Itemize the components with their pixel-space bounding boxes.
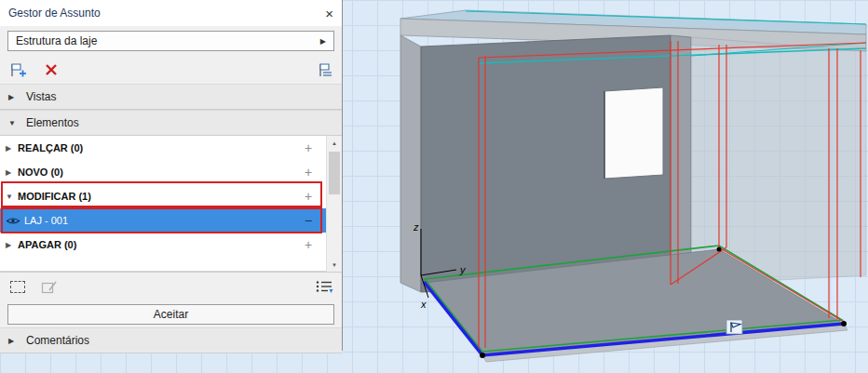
tree-row-novo[interactable]: ▶ NOVO (0) + <box>0 160 342 184</box>
panel-toolbar <box>0 56 342 84</box>
dropdown-arrow-icon: ▶ <box>320 37 326 46</box>
section-vistas[interactable]: ▶ Vistas <box>0 84 342 110</box>
panel-titlebar: Gestor de Assunto × <box>0 0 342 26</box>
tree-row-label: LAJ - 001 <box>24 215 68 226</box>
corner-node-2[interactable] <box>841 321 847 326</box>
window-opening <box>604 87 663 179</box>
3d-viewport[interactable]: z y x <box>343 0 868 373</box>
delete-topic-button[interactable] <box>41 60 61 79</box>
add-button[interactable]: + <box>303 165 314 180</box>
new-topic-button[interactable] <box>7 60 28 79</box>
gestor-de-assunto-panel: Gestor de Assunto × Estrutura da laje ▶ <box>0 0 343 351</box>
scrollbar-thumb[interactable] <box>329 152 340 194</box>
section-comentarios[interactable]: ▶ Comentários <box>0 327 342 353</box>
corner-node-3[interactable] <box>717 247 722 252</box>
chevron-right-icon: ▶ <box>8 337 18 345</box>
topic-dropdown[interactable]: Estrutura da laje ▶ <box>7 31 334 51</box>
eye-icon[interactable] <box>6 216 24 226</box>
chevron-right-icon: ▶ <box>6 241 18 249</box>
marquee-select-button[interactable] <box>7 278 28 297</box>
chevron-right-icon: ▶ <box>6 144 18 153</box>
remove-button[interactable]: − <box>303 213 314 228</box>
tree-row-label: MODIFICAR (1) <box>18 191 91 202</box>
tree-row-modificar[interactable]: ▼ MODIFICAR (1) + <box>0 184 342 208</box>
update-view-button[interactable] <box>39 278 60 297</box>
axis-label-x: x <box>420 299 427 310</box>
topic-list-button[interactable] <box>314 60 334 79</box>
corner-node-1[interactable] <box>480 353 485 358</box>
chevron-right-icon: ▶ <box>6 168 18 177</box>
chevron-down-icon: ▼ <box>8 119 18 127</box>
flag-add-icon <box>8 61 27 78</box>
marquee-icon <box>10 281 25 293</box>
red-x-icon <box>45 63 58 76</box>
app-screen: z y x Gestor de Assunto × Estrutura da l… <box>0 0 868 373</box>
section-elementos-label: Elementos <box>26 116 79 129</box>
scroll-down-icon[interactable]: ▼ <box>327 258 342 272</box>
tree-row-apagar[interactable]: ▶ APAGAR (0) + <box>0 233 342 257</box>
tree-row-label: APAGAR (0) <box>18 239 76 250</box>
add-button[interactable]: + <box>303 237 314 252</box>
rear-wall <box>691 37 866 285</box>
flag-marker-icon[interactable] <box>726 320 742 334</box>
topic-dropdown-value: Estrutura da laje <box>16 34 97 47</box>
list-settings-button[interactable] <box>314 278 334 297</box>
elements-tree: ▶ REALÇAR (0) + ▶ NOVO (0) + ▼ MODIFICAR… <box>0 136 342 272</box>
tree-row-label: REALÇAR (0) <box>18 142 83 153</box>
section-vistas-label: Vistas <box>26 90 56 103</box>
stamp-icon <box>41 280 58 294</box>
section-elementos[interactable]: ▼ Elementos <box>0 110 342 136</box>
axis-label-z: z <box>413 221 419 233</box>
tree-scrollbar[interactable]: ▲ ▼ <box>326 136 342 272</box>
add-button[interactable]: + <box>303 140 314 155</box>
tree-row-realcar[interactable]: ▶ REALÇAR (0) + <box>0 136 342 160</box>
tree-row-laj-001[interactable]: LAJ - 001 − <box>0 208 342 233</box>
3d-model: z y x <box>343 0 868 373</box>
accept-row: Aceitar <box>0 301 342 327</box>
scroll-up-icon[interactable]: ▲ <box>327 136 342 150</box>
bottom-toolbar <box>0 272 342 301</box>
chevron-right-icon: ▶ <box>8 93 18 101</box>
flag-list-icon <box>315 61 333 78</box>
left-wall-edge <box>400 35 421 292</box>
section-comentarios-label: Comentários <box>26 334 89 347</box>
accept-button[interactable]: Aceitar <box>7 304 334 325</box>
panel-title: Gestor de Assunto <box>8 7 101 20</box>
list-settings-icon <box>315 279 333 295</box>
chevron-down-icon: ▼ <box>6 193 18 201</box>
add-button[interactable]: + <box>303 189 314 204</box>
tree-row-label: NOVO (0) <box>18 167 63 178</box>
close-icon[interactable]: × <box>325 7 333 20</box>
